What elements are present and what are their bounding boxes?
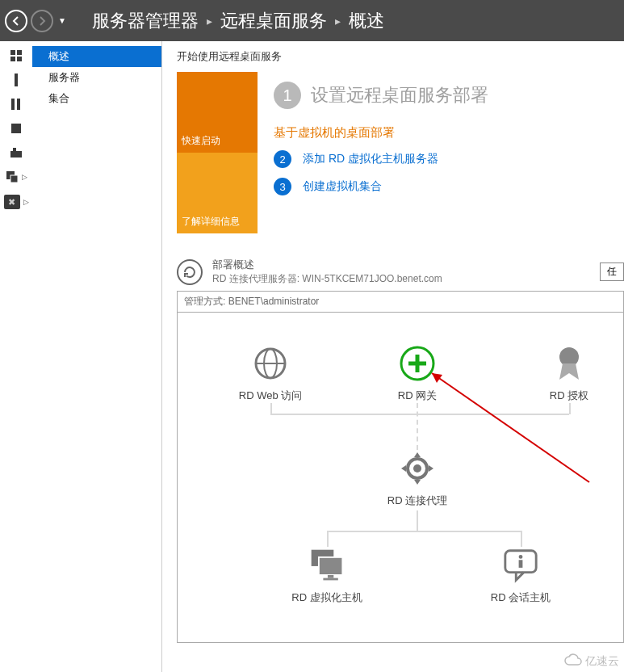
node-label: RD Web 访问 <box>218 388 323 403</box>
svg-rect-1 <box>17 50 22 55</box>
rds-icon <box>6 170 19 183</box>
servers-icon[interactable] <box>10 98 23 111</box>
svg-rect-11 <box>10 175 18 183</box>
arrow-left-icon <box>10 15 22 27</box>
disk-icon[interactable] <box>10 122 23 135</box>
rd-broker-node[interactable]: RD 连接代理 <box>365 450 470 508</box>
svg-point-20 <box>413 464 421 472</box>
breadcrumb-item[interactable]: 概述 <box>349 9 384 33</box>
watermark-text: 亿速云 <box>585 654 619 669</box>
step-number-badge: 1 <box>274 82 301 109</box>
svg-rect-27 <box>519 560 523 568</box>
caret-right-icon: ▷ <box>22 173 27 181</box>
svg-rect-7 <box>11 124 21 133</box>
step-title: 设置远程桌面服务部署 <box>311 83 488 107</box>
rd-license-node[interactable]: RD 授权 <box>517 345 622 403</box>
step-row: 3 创建虚拟机集合 <box>274 178 624 195</box>
connector-line <box>327 531 329 547</box>
sidebar: 概述 服务器 集合 <box>32 41 161 672</box>
refresh-button[interactable] <box>177 259 203 285</box>
deployment-subtitle: RD 连接代理服务器: WIN-5TKCEM71JOO.benet.com <box>212 272 590 286</box>
title-bar: ▼ 服务器管理器 ▸ 远程桌面服务 ▸ 概述 <box>0 0 624 41</box>
svg-rect-4 <box>15 74 18 86</box>
breadcrumb-item[interactable]: 服务器管理器 <box>92 9 199 33</box>
quickstart-panel: 快速启动 了解详细信息 1 设置远程桌面服务部署 基于虚拟机的桌面部署 2 添加… <box>177 72 624 233</box>
node-label: RD 虚拟化主机 <box>274 590 379 605</box>
deployment-title: 部署概述 <box>212 258 590 272</box>
deployment-header: 部署概述 RD 连接代理服务器: WIN-5TKCEM71JOO.benet.c… <box>177 258 624 286</box>
chat-info-icon <box>502 547 539 584</box>
rd-web-node[interactable]: RD Web 访问 <box>218 345 323 403</box>
svg-point-26 <box>519 555 523 559</box>
learn-more-tile[interactable]: 了解详细信息 <box>177 153 258 233</box>
svg-rect-23 <box>328 575 333 578</box>
node-label: RD 授权 <box>517 388 622 403</box>
quickstart-tile[interactable]: 快速启动 <box>177 72 258 153</box>
sidebar-item-label: 服务器 <box>48 70 80 85</box>
svg-rect-8 <box>10 151 22 158</box>
storage-icon[interactable] <box>10 146 23 159</box>
breadcrumb-item[interactable]: 远程桌面服务 <box>220 9 327 33</box>
quickstart-title: 开始使用远程桌面服务 <box>177 49 624 64</box>
chevron-right-icon: ▸ <box>335 15 341 27</box>
server-icon[interactable] <box>10 74 23 86</box>
sidebar-item-servers[interactable]: 服务器 <box>32 67 161 88</box>
svg-rect-3 <box>17 57 22 61</box>
icon-rail: ▷ ✖ ▷ <box>0 41 32 672</box>
dashboard-icon[interactable] <box>10 49 23 62</box>
rds-rail-item[interactable]: ▷ <box>6 170 27 183</box>
watermark: 亿速云 <box>564 653 619 669</box>
forward-button[interactable] <box>31 10 53 32</box>
deployment-diagram: RD Web 访问 RD 网关 RD 授权 <box>177 312 624 643</box>
add-gateway-icon <box>399 345 436 382</box>
svg-rect-22 <box>319 557 342 575</box>
stop-rail-item[interactable]: ✖ ▷ <box>4 195 29 209</box>
breadcrumb: 服务器管理器 ▸ 远程桌面服务 ▸ 概述 <box>92 9 384 33</box>
create-vm-collection-link[interactable]: 创建虚拟机集合 <box>303 179 382 194</box>
rd-session-node[interactable]: RD 会话主机 <box>468 547 573 605</box>
node-label: RD 会话主机 <box>468 590 573 605</box>
monitor-stack-icon <box>308 547 346 584</box>
nav-dropdown-icon[interactable]: ▼ <box>58 16 66 25</box>
tile-label: 快速启动 <box>182 134 220 148</box>
sidebar-item-overview[interactable]: 概述 <box>32 46 161 67</box>
deployment-subtitle: 基于虚拟机的桌面部署 <box>274 125 624 141</box>
step-number-badge: 3 <box>274 178 291 195</box>
arrow-right-icon <box>36 15 48 27</box>
svg-rect-5 <box>11 99 15 110</box>
sidebar-item-label: 概述 <box>48 49 69 64</box>
add-virt-host-link[interactable]: 添加 RD 虚拟化主机服务器 <box>303 152 438 166</box>
node-label: RD 连接代理 <box>365 494 470 508</box>
ribbon-icon <box>551 345 588 382</box>
svg-rect-0 <box>10 50 15 55</box>
step-row: 2 添加 RD 虚拟化主机服务器 <box>274 150 624 168</box>
rd-gateway-node[interactable]: RD 网关 <box>365 345 470 403</box>
connector-line <box>270 414 569 415</box>
svg-rect-2 <box>10 57 15 61</box>
connector-line <box>327 531 521 532</box>
connector-line <box>569 403 571 414</box>
node-label: RD 网关 <box>365 388 470 403</box>
deployment-overview: 部署概述 RD 连接代理服务器: WIN-5TKCEM71JOO.benet.c… <box>177 258 624 643</box>
broker-icon <box>399 450 436 487</box>
managed-by-label: 管理方式: BENET\administrator <box>177 291 624 312</box>
connector-line <box>417 510 418 531</box>
rd-virt-node[interactable]: RD 虚拟化主机 <box>274 547 379 605</box>
tile-column: 快速启动 了解详细信息 <box>177 72 258 233</box>
stop-icon: ✖ <box>4 195 20 209</box>
svg-rect-9 <box>13 148 16 151</box>
main-content: 开始使用远程桌面服务 快速启动 了解详细信息 1 设置远程桌面服务部署 基于虚拟… <box>161 41 624 672</box>
cloud-icon <box>564 653 582 669</box>
tasks-button[interactable]: 任 <box>600 262 624 281</box>
step-number-badge: 2 <box>274 150 291 168</box>
globe-icon <box>252 345 289 382</box>
step-header: 1 设置远程桌面服务部署 <box>274 82 624 109</box>
sidebar-item-collections[interactable]: 集合 <box>32 88 161 109</box>
steps-panel: 1 设置远程桌面服务部署 基于虚拟机的桌面部署 2 添加 RD 虚拟化主机服务器… <box>274 72 624 233</box>
refresh-icon <box>182 265 197 279</box>
chevron-right-icon: ▸ <box>207 15 212 27</box>
connector-line <box>270 403 272 414</box>
svg-rect-24 <box>323 578 337 581</box>
connector-line <box>521 531 522 547</box>
back-button[interactable] <box>5 10 27 32</box>
